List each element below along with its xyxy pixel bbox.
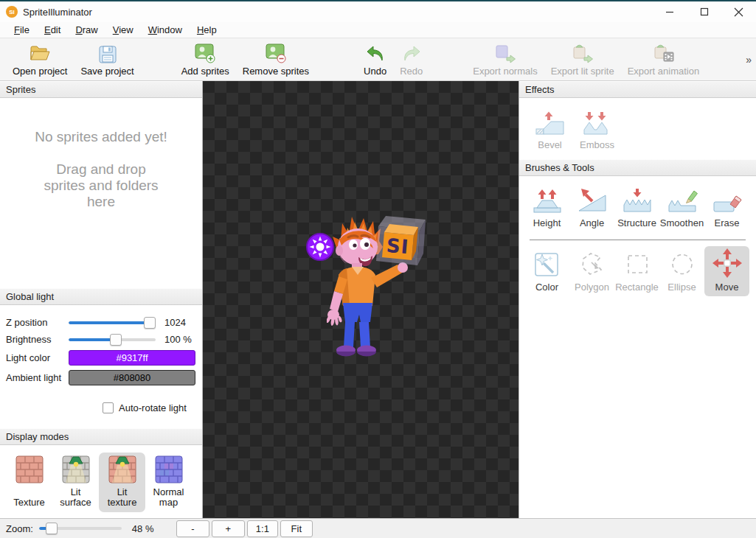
z-position-row: Z position 1024	[6, 314, 196, 331]
texture-icon	[15, 455, 44, 483]
brightness-row: Brightness 100 %	[6, 331, 196, 348]
z-position-slider-handle[interactable]	[144, 317, 156, 329]
toolbar: Open project Save project	[0, 38, 756, 81]
redo-button[interactable]: Redo	[393, 40, 429, 78]
auto-rotate-checkbox[interactable]	[103, 402, 114, 413]
ellipse-tool-button[interactable]: Ellipse	[659, 246, 704, 296]
remove-sprites-icon	[265, 41, 287, 64]
angle-tool-icon	[576, 186, 608, 215]
display-mode-lit-surface[interactable]: Lit surface	[52, 453, 99, 512]
ambient-light-button[interactable]: #808080	[69, 370, 195, 385]
ambient-light-label: Ambient light	[6, 372, 69, 383]
height-tool-button[interactable]: Height	[524, 182, 569, 232]
emboss-icon	[580, 108, 614, 137]
window-title: SpriteIlluminator	[23, 7, 92, 18]
smoothen-tool-button[interactable]: Smoothen	[659, 182, 704, 232]
character-sprite[interactable]: SI	[327, 216, 437, 360]
statusbar: Zoom: 48 % - + 1:1 Fit	[0, 518, 756, 538]
add-sprites-button[interactable]: Add sprites	[175, 40, 236, 78]
brightness-value: 100 %	[164, 334, 192, 345]
menu-draw[interactable]: Draw	[68, 23, 105, 37]
lit-surface-icon	[62, 455, 90, 483]
polygon-tool-icon	[578, 250, 607, 279]
z-position-slider[interactable]	[69, 317, 156, 329]
zoom-slider[interactable]	[39, 523, 122, 534]
erase-tool-icon	[711, 186, 743, 215]
sprite-canvas[interactable]: SI	[203, 81, 519, 518]
light-color-row: Light color #9317ff	[6, 348, 196, 368]
sprites-header: Sprites	[0, 81, 202, 98]
add-sprites-icon	[194, 41, 216, 64]
display-mode-lit-texture[interactable]: Lit texture	[99, 453, 145, 512]
zoom-fit-button[interactable]: Fit	[280, 520, 313, 537]
global-light-section: Z position 1024 Brightness 100 %	[0, 305, 202, 428]
maximize-button[interactable]	[687, 1, 721, 22]
zoom-out-button[interactable]: -	[176, 520, 209, 537]
display-mode-normal-map[interactable]: Normal map	[145, 453, 192, 512]
bevel-icon	[533, 108, 567, 137]
emboss-button[interactable]: Emboss	[576, 104, 618, 154]
export-lit-sprite-button[interactable]: Export lit sprite	[544, 40, 621, 78]
redo-icon	[401, 41, 422, 64]
color-tool-button[interactable]: Color	[524, 246, 569, 296]
menu-window[interactable]: Window	[141, 23, 190, 37]
zoom-slider-handle[interactable]	[46, 523, 58, 534]
remove-sprites-button[interactable]: Remove sprites	[236, 40, 316, 78]
undo-button[interactable]: Undo	[357, 40, 393, 78]
angle-tool-button[interactable]: Angle	[569, 182, 614, 232]
minimize-icon	[665, 7, 674, 16]
light-gizmo[interactable]	[305, 232, 335, 262]
move-tool-icon	[711, 250, 743, 279]
zoom-value: 48 %	[132, 523, 159, 534]
brushes-tools-header: Brushes & Tools	[519, 159, 756, 176]
structure-tool-button[interactable]: Structure	[614, 182, 659, 232]
zoom-label: Zoom:	[6, 523, 33, 534]
display-modes-header: Display modes	[0, 428, 202, 445]
sprites-empty-hint: Drag and drop sprites and folders here	[37, 161, 166, 211]
selection-tools-row: Color Polygon	[519, 240, 756, 296]
brightness-slider[interactable]	[69, 334, 156, 346]
open-project-button[interactable]: Open project	[6, 40, 74, 78]
erase-tool-button[interactable]: Erase	[704, 182, 749, 232]
close-button[interactable]	[721, 1, 756, 22]
export-animation-icon	[652, 41, 675, 64]
export-normals-button[interactable]: Export normals	[466, 40, 544, 78]
move-tool-button[interactable]: Move	[704, 246, 749, 296]
sprites-empty-state[interactable]: No sprites added yet! Drag and drop spri…	[0, 98, 202, 288]
light-color-button[interactable]: #9317ff	[69, 350, 195, 366]
menu-help[interactable]: Help	[190, 23, 224, 37]
ellipse-tool-icon	[667, 250, 697, 279]
save-project-button[interactable]: Save project	[74, 40, 140, 78]
bevel-button[interactable]: Bevel	[529, 104, 571, 154]
structure-tool-icon	[621, 186, 653, 215]
brightness-label: Brightness	[6, 334, 69, 345]
save-disk-icon	[98, 41, 117, 64]
maximize-icon	[700, 7, 709, 16]
color-tool-icon	[533, 250, 562, 279]
display-mode-texture[interactable]: Texture	[6, 453, 52, 512]
brightness-slider-handle[interactable]	[110, 334, 122, 346]
effects-header: Effects	[519, 81, 756, 98]
global-light-header: Global light	[0, 288, 202, 305]
smoothen-tool-icon	[666, 186, 698, 215]
menu-file[interactable]: File	[7, 23, 37, 37]
polygon-tool-button[interactable]: Polygon	[569, 246, 614, 296]
window-controls	[652, 1, 756, 22]
auto-rotate-row: Auto-rotate light	[103, 402, 196, 413]
svg-text:SI: SI	[386, 234, 410, 259]
toolbar-overflow-chevron[interactable]: »	[746, 54, 752, 66]
ambient-light-row: Ambient light #808080	[6, 368, 196, 388]
z-position-label: Z position	[6, 317, 69, 328]
lit-texture-icon	[108, 455, 136, 483]
zoom-1-1-button[interactable]: 1:1	[247, 520, 278, 537]
left-panel: Sprites No sprites added yet! Drag and d…	[0, 81, 203, 518]
rectangle-tool-button[interactable]: Rectangle	[614, 246, 659, 296]
zoom-in-button[interactable]: +	[212, 520, 245, 537]
menu-view[interactable]: View	[105, 23, 141, 37]
export-lit-sprite-icon	[571, 41, 594, 64]
menu-edit[interactable]: Edit	[37, 23, 68, 37]
height-tool-icon	[531, 186, 563, 215]
minimize-button[interactable]	[652, 1, 687, 22]
main-area: Sprites No sprites added yet! Drag and d…	[0, 81, 756, 518]
export-animation-button[interactable]: Export animation	[621, 40, 707, 78]
